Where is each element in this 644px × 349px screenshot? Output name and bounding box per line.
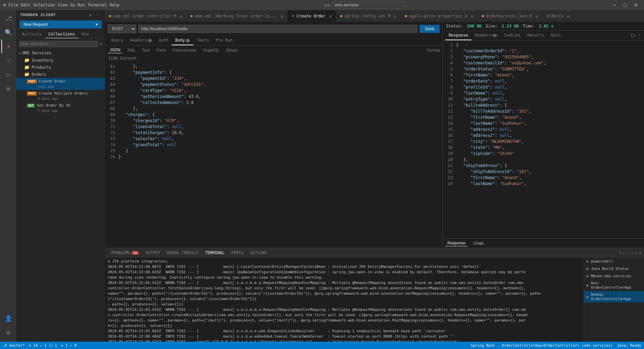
collection-group-oms[interactable]: ▾ OMS Services (16, 49, 105, 57)
minimize-button[interactable]: ─ (610, 2, 619, 8)
menu-view[interactable]: View (58, 3, 67, 7)
response-subtab-cookies[interactable]: Cookies (500, 31, 524, 40)
tab-output[interactable]: OUTPUT (142, 249, 163, 256)
body-type-binary[interactable]: Binary (224, 47, 240, 53)
menu-file[interactable]: File (8, 3, 18, 7)
bottom-tabs-bar: PROBLEMS16 OUTPUT DEBUG CONSOLE TERMINAL… (105, 248, 644, 257)
activity-account[interactable]: 👤 (1, 311, 15, 325)
activity-extensions[interactable]: ⊞ (1, 82, 15, 95)
terminal-list-item[interactable]: ▶Run: OrderControllerApp (584, 280, 644, 291)
terminal-content[interactable]: e JTA platform integration)2024-05-02T14… (105, 257, 584, 342)
terminal-line: 2024-05-02T14:22:08.673Z INFO 7192 --- [… (108, 339, 581, 342)
subtab-query[interactable]: Query (108, 36, 127, 45)
activity-thunder[interactable]: ⚡ (1, 40, 15, 53)
subtab-auth[interactable]: Auth (155, 36, 172, 45)
body-type-json[interactable]: JSON (108, 47, 122, 53)
more-terminal-icon[interactable]: ··· (627, 250, 634, 255)
tab-close-icon[interactable]: ✕ (567, 13, 569, 19)
sidebar-item-orders[interactable]: 📁 Orders (16, 71, 105, 78)
request-item-get-order[interactable]: GET Get Order By ID 7 mins ago (16, 102, 105, 114)
sidebar-tab-collections[interactable]: Collections (45, 31, 78, 38)
terminal-list-item[interactable]: ▶powershell (584, 257, 644, 265)
errors-badge[interactable]: ⊘ 14 ⚠ 1 ⓘ 1 (29, 343, 57, 348)
tab-close-icon[interactable]: ✕ (180, 13, 182, 19)
tab-debug-console[interactable]: DEBUG CONSOLE (163, 249, 202, 256)
tab-order-service[interactable]: OrderService.java M ✕ (478, 10, 543, 22)
new-request-button[interactable]: New Request ▾ (19, 20, 102, 28)
tab-pom-xml[interactable]: pom.xml order-controller M ✕ (105, 10, 187, 22)
response-subtab-results[interactable]: Results (524, 31, 548, 40)
body-type-form[interactable]: Form (154, 47, 168, 53)
more-response-icon[interactable]: ⋮ (637, 33, 641, 38)
maximize-button[interactable]: □ (621, 2, 629, 8)
response-btn[interactable]: Response (445, 240, 467, 246)
global-search-input[interactable] (332, 2, 405, 8)
tab-close-icon[interactable]: ✕ (281, 13, 283, 19)
menu-edit[interactable]: Edit (21, 3, 31, 7)
activity-settings[interactable]: ⚙ (1, 326, 15, 339)
menu-go[interactable]: Go (70, 3, 75, 7)
tab-close-icon[interactable]: ✕ (470, 13, 473, 19)
tab-pom-working[interactable]: pom.xml (Working Tree) order-co... ✕ (187, 10, 288, 22)
terminal-instance-label: Maven-oms-services (591, 274, 631, 278)
git-branch[interactable]: ⎇ master* (3, 343, 25, 348)
search-back-icon[interactable]: ◁ (324, 3, 327, 7)
activity-git[interactable]: ⑂ (1, 54, 15, 67)
subtab-pre-run[interactable]: Pre Run (212, 36, 236, 45)
check-icon[interactable]: ✓ (623, 250, 625, 255)
search-forward-icon[interactable]: ▷ (328, 3, 330, 7)
tab-ports[interactable]: PORTS (228, 249, 247, 256)
request-panel: POST GET PUT DELETE Send Query Headers2 … (105, 22, 443, 248)
sidebar-tab-env[interactable]: Env (78, 31, 92, 38)
tab-orderco[interactable]: OrderCo ✕ (542, 10, 574, 22)
terminal-list-item[interactable]: ▶Maven-oms-services (584, 272, 644, 280)
tab-terminal[interactable]: TERMINAL (202, 249, 228, 256)
sidebar-item-products[interactable]: 📁 Products (16, 64, 105, 71)
terminal-list-item[interactable]: ▶Debug: OrderControllerApp (584, 291, 644, 302)
send-button[interactable]: Send (419, 25, 440, 33)
menu-selection[interactable]: Selection (33, 3, 55, 7)
sidebar-tab-activity[interactable]: Activity (19, 31, 45, 38)
menu-run[interactable]: Run (78, 3, 85, 7)
maximize-panel-icon[interactable]: ⬆ (635, 250, 638, 255)
filter-input[interactable] (19, 41, 98, 47)
request-item-create-order[interactable]: POST Create Order just now (16, 78, 105, 90)
add-terminal-icon[interactable]: + (619, 250, 621, 255)
response-subtab-headers[interactable]: Headers4 (472, 31, 500, 40)
sidebar-item-inventory[interactable]: 📁 Inventory (16, 57, 105, 64)
body-type-form-encode[interactable]: Form-encode (170, 47, 198, 53)
tab-spring-config[interactable]: spring-config.xml M ✕ (336, 10, 401, 22)
url-input[interactable] (138, 25, 417, 33)
activity-explorer[interactable]: ⎇ (1, 11, 15, 25)
format-button[interactable]: Format (427, 48, 440, 53)
method-select[interactable]: POST GET PUT DELETE (108, 24, 136, 33)
tab-close-icon[interactable]: ✕ (394, 13, 396, 19)
braces-icon[interactable]: {} (631, 33, 635, 38)
menu-help[interactable]: Help (110, 3, 119, 7)
tab-close-icon[interactable]: ✕ (535, 13, 538, 19)
request-item-create-multiple[interactable]: POST Create Multiple Orders 3 mins ago (16, 90, 105, 102)
response-subtab-response[interactable]: Response (445, 31, 472, 40)
close-button[interactable]: ✕ (631, 2, 641, 8)
activity-debug[interactable]: ▷ (1, 68, 15, 81)
activity-search[interactable]: 🔍 (1, 25, 15, 39)
body-type-graphql[interactable]: GraphQL (201, 47, 221, 53)
menu-terminal[interactable]: Terminal (88, 3, 107, 7)
tab-app-properties[interactable]: application.properties U ✕ (401, 10, 478, 22)
subtab-headers[interactable]: Headers2 (127, 36, 155, 45)
subtab-tests[interactable]: Tests (193, 36, 212, 45)
close-panel-icon[interactable]: ✕ (639, 250, 641, 255)
subtab-body[interactable]: Body1 (172, 36, 193, 45)
refresh-icon[interactable]: ↻ (90, 13, 92, 17)
terminal-list-item[interactable]: ▶Java Build Status (584, 265, 644, 272)
tab-create-order[interactable]: ⚡ Create Order ✕ (288, 10, 336, 22)
tab-gitlens[interactable]: GITLENS (247, 249, 270, 256)
more-icon[interactable]: ··· (93, 13, 101, 17)
response-subtab-docs[interactable]: Docs (548, 31, 564, 40)
json-editor[interactable]: 61 },62 "paymentInfo": {63 "paymentId": … (105, 62, 442, 248)
body-type-text[interactable]: Text (140, 47, 152, 53)
tab-problems[interactable]: PROBLEMS16 (108, 249, 142, 256)
tab-close-icon[interactable]: ✕ (329, 13, 332, 19)
body-type-xml[interactable]: XML (125, 47, 138, 53)
chart-btn[interactable]: Chart (472, 240, 485, 246)
